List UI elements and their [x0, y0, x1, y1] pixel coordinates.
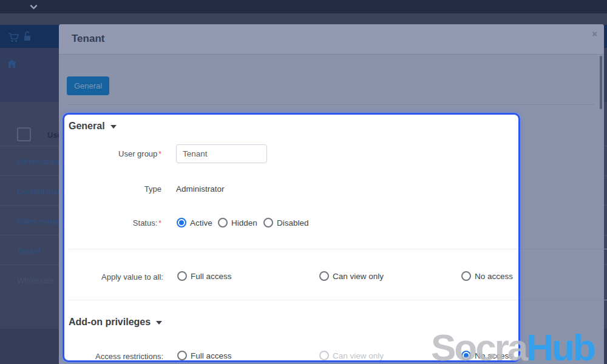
radio-access-full-access[interactable]: [177, 351, 187, 360]
select-all-checkbox[interactable]: [17, 127, 31, 141]
radio-label-no-access[interactable]: No access: [475, 272, 513, 281]
caret-down-icon: [156, 321, 162, 325]
section-title: Add-on privileges: [69, 317, 151, 328]
chevron-down-icon[interactable]: [30, 2, 38, 10]
radio-access-no-access[interactable]: [461, 351, 471, 360]
access-restrictions-label: Access restrictions:: [64, 352, 163, 361]
caret-down-icon: [110, 125, 117, 129]
top-bar-secondary: [0, 13, 607, 25]
divider: [520, 249, 607, 249]
group-link-tenant[interactable]: Tenant: [17, 246, 41, 255]
radio-apply-no-access[interactable]: [461, 271, 471, 281]
radio-label-can-view-only[interactable]: Can view only: [333, 272, 384, 281]
required-asterisk: *: [158, 150, 161, 158]
radio-label-full-access[interactable]: Full access: [191, 351, 232, 360]
required-asterisk: *: [158, 219, 161, 228]
home-icon[interactable]: [7, 59, 16, 68]
cart-icon[interactable]: [8, 33, 19, 42]
radio-apply-can-view-only[interactable]: [319, 271, 329, 281]
status-label: Status:*: [64, 218, 161, 228]
radio-status-hidden[interactable]: [218, 218, 228, 228]
divider: [520, 300, 607, 300]
radio-label-full-access[interactable]: Full access: [191, 272, 232, 281]
modal-header: Tenant ×: [59, 24, 604, 55]
radio-status-active[interactable]: [177, 218, 186, 228]
divider: [67, 104, 594, 105]
radio-status-disabled[interactable]: [263, 218, 273, 228]
radio-label-hidden[interactable]: Hidden: [231, 218, 257, 228]
radio-apply-full-access[interactable]: [177, 271, 187, 281]
radio-label-active[interactable]: Active: [190, 218, 212, 228]
radio-label-no-access[interactable]: No access: [475, 351, 513, 360]
divider: [69, 249, 518, 249]
unlock-icon[interactable]: [23, 31, 32, 42]
modal-title: Tenant: [72, 33, 104, 45]
radio-label-disabled[interactable]: Disabled: [277, 218, 309, 228]
highlighted-form-panel: General User group* Type Administrator S…: [63, 113, 520, 362]
modal-scrollbar-thumb[interactable]: [600, 56, 602, 109]
close-icon[interactable]: ×: [592, 29, 597, 39]
user-group-input[interactable]: [176, 144, 267, 163]
label-text: Status:: [133, 218, 157, 228]
section-header-addon-privileges[interactable]: Add-on privileges: [69, 317, 162, 328]
apply-all-label: Apply value to all:: [64, 272, 163, 281]
type-value: Administrator: [176, 184, 225, 194]
tab-general[interactable]: General: [67, 76, 109, 95]
screen: Orders ← User groups User group Administ…: [0, 0, 607, 364]
section-title: General: [69, 121, 105, 132]
label-text: User group: [118, 149, 157, 158]
radio-access-can-view-only[interactable]: [319, 351, 329, 360]
type-label: Type: [64, 184, 161, 194]
divider: [69, 300, 518, 300]
top-bar-primary: [0, 0, 607, 13]
radio-label-can-view-only[interactable]: Can view only: [333, 351, 384, 360]
group-link-wholesale[interactable]: Wholesale: [17, 276, 54, 285]
user-group-label: User group*: [64, 149, 161, 158]
section-header-general[interactable]: General: [69, 121, 117, 132]
